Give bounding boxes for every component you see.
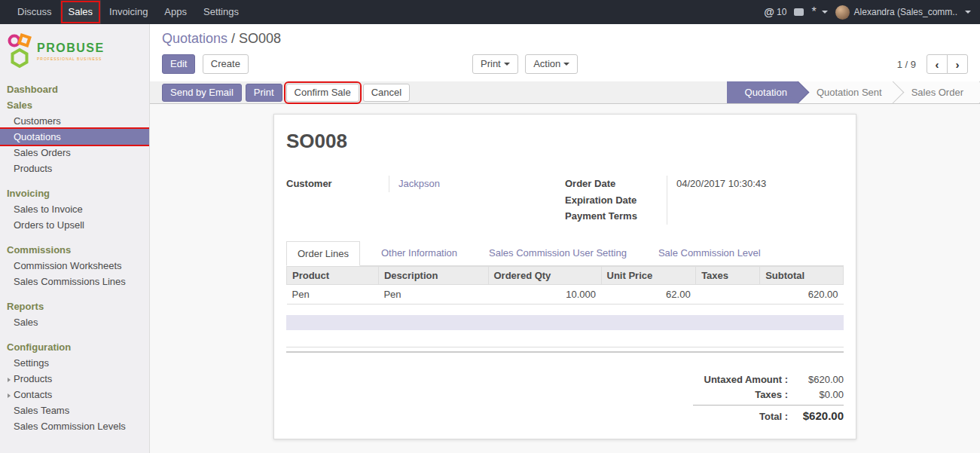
column-header-unit-price[interactable]: Unit Price (601, 266, 696, 284)
record-title: SO008 (286, 130, 844, 153)
column-header-taxes[interactable]: Taxes (696, 266, 760, 284)
print-label: Print (481, 57, 501, 71)
brand-name: PROBUSE (37, 41, 105, 55)
status-step-quotation-sent[interactable]: Quotation Sent (798, 81, 893, 103)
cancel-button[interactable]: Cancel (363, 84, 410, 102)
customer-value[interactable]: Jackpson (389, 176, 565, 192)
brand-tagline: PROFESSIONAL BUSINESS (37, 57, 105, 61)
menu-discuss[interactable]: Discuss (9, 0, 60, 24)
menu-invoicing[interactable]: Invoicing (101, 0, 156, 24)
at-icon: @ (764, 6, 774, 18)
order-date-label: Order Date (565, 176, 667, 192)
total-value: $620.00 (788, 409, 844, 424)
edit-button[interactable]: Edit (162, 54, 195, 74)
sidebar-item-sales-orders[interactable]: Sales Orders (0, 145, 149, 161)
taxes-label: Taxes : (693, 387, 788, 402)
cell-product[interactable]: Pen (287, 284, 379, 304)
total-row: Total : $620.00 (693, 405, 844, 424)
tab-order-lines[interactable]: Order Lines (286, 241, 360, 266)
probuse-logo[interactable]: PROBUSE PROFESSIONAL BUSINESS (0, 24, 149, 81)
menu-apps[interactable]: Apps (156, 0, 195, 24)
sidebar-item-commission-worksheets[interactable]: Commission Worksheets (0, 258, 149, 274)
sidebar: PROBUSE PROFESSIONAL BUSINESS Dashboard … (0, 24, 150, 453)
cell-unit-price: 62.00 (601, 284, 696, 304)
user-name: Alexandra (Sales_comm.. (854, 7, 957, 17)
untaxed-amount-value: $620.00 (788, 372, 844, 387)
customer-label: Customer (286, 176, 389, 192)
create-button[interactable]: Create (203, 54, 249, 74)
sidebar-item-sales-to-invoice[interactable]: Sales to Invoice (0, 201, 149, 217)
field-groups: Customer Jackpson Order Date 04/20/2017 … (286, 176, 844, 225)
sidebar-item-config-products[interactable]: Products (0, 371, 149, 387)
sidebar-item-contacts[interactable]: Contacts (0, 387, 149, 402)
probuse-logo-icon (6, 33, 33, 69)
tab-other-information[interactable]: Other Information (371, 241, 468, 265)
status-pipeline: Quotation Quotation Sent Sales Order (727, 81, 980, 103)
payment-terms-label: Payment Terms (565, 208, 667, 225)
cell-ordered-qty: 10.000 (488, 284, 601, 304)
topbar-right: @ 10 * Alexandra (Sales_comm.. (764, 0, 980, 24)
brand-text: PROBUSE PROFESSIONAL BUSINESS (37, 41, 105, 61)
sidebar-heading-sales[interactable]: Sales (0, 97, 149, 113)
empty-list-row (286, 315, 844, 330)
cell-description: Pen (378, 284, 488, 304)
control-panel-buttons: Edit Create Print Action 1 / 9 ‹ › (162, 54, 968, 74)
pager: 1 / 9 ‹ › (897, 54, 968, 74)
cell-subtotal: 620.00 (760, 284, 844, 304)
message-count: 10 (777, 7, 786, 17)
pager-next-button[interactable]: › (947, 54, 968, 74)
sidebar-item-sales-commissions-lines[interactable]: Sales Commissions Lines (0, 274, 149, 289)
sidebar-heading-dashboard[interactable]: Dashboard (0, 81, 149, 97)
expiration-date-label: Expiration Date (565, 192, 667, 209)
sidebar-heading-configuration[interactable]: Configuration (0, 339, 149, 355)
sidebar-heading-invoicing[interactable]: Invoicing (0, 185, 149, 201)
form-view-background: SO008 Customer Jackpson Order Date 04/20… (150, 104, 980, 453)
print-dropdown-button[interactable]: Print (472, 54, 518, 74)
sidebar-item-reports-sales[interactable]: Sales (0, 314, 149, 330)
total-label: Total : (693, 409, 788, 424)
print-button[interactable]: Print (246, 84, 282, 102)
user-avatar (835, 5, 850, 20)
status-step-sales-order[interactable]: Sales Order (893, 81, 980, 103)
sidebar-item-orders-to-upsell[interactable]: Orders to Upsell (0, 217, 149, 233)
notebook-tabs: Order Lines Other Information Sales Comm… (286, 241, 844, 266)
column-header-subtotal[interactable]: Subtotal (760, 266, 844, 284)
status-step-quotation[interactable]: Quotation (727, 81, 798, 103)
sidebar-item-products[interactable]: Products (0, 161, 149, 176)
sidebar-item-quotations[interactable]: Quotations (0, 129, 149, 145)
send-by-email-button[interactable]: Send by Email (162, 84, 242, 102)
debug-menu[interactable]: * (811, 8, 827, 16)
chat-bubble-icon[interactable] (794, 8, 804, 16)
pager-previous-button[interactable]: ‹ (927, 54, 948, 74)
menu-settings[interactable]: Settings (195, 0, 247, 24)
action-dropdown-button[interactable]: Action (525, 54, 578, 74)
tab-sale-commission-level[interactable]: Sale Commission Level (648, 241, 771, 265)
cp-center-buttons: Print Action (472, 54, 578, 74)
breadcrumb: Quotations / SO008 (162, 30, 968, 47)
caret-down-icon (504, 63, 510, 66)
sidebar-heading-reports[interactable]: Reports (0, 298, 149, 314)
column-header-description[interactable]: Description (378, 266, 488, 284)
sidebar-heading-commissions[interactable]: Commissions (0, 242, 149, 258)
order-date-value: 04/20/2017 10:30:43 (667, 176, 844, 192)
untaxed-amount-label: Untaxed Amount : (693, 372, 788, 387)
cell-taxes (696, 284, 760, 304)
sidebar-item-sales-teams[interactable]: Sales Teams (0, 402, 149, 418)
form-sheet: SO008 Customer Jackpson Order Date 04/20… (273, 114, 856, 439)
sidebar-item-settings[interactable]: Settings (0, 355, 149, 371)
confirm-sale-button[interactable]: Confirm Sale (286, 84, 359, 102)
breadcrumb-quotations[interactable]: Quotations (162, 31, 227, 46)
tab-sales-commission-user-setting[interactable]: Sales Commission User Setting (478, 241, 637, 265)
column-header-ordered-qty[interactable]: Ordered Qty (488, 266, 601, 284)
column-header-product[interactable]: Product (287, 266, 379, 284)
taxes-value: $0.00 (788, 387, 844, 402)
caret-down-icon (965, 11, 971, 14)
messages-indicator[interactable]: @ 10 (764, 6, 786, 18)
order-line-row[interactable]: Pen Pen 10.000 62.00 620.00 (287, 284, 844, 304)
cp-left-buttons: Edit Create (162, 54, 472, 74)
control-panel: Quotations / SO008 Edit Create Print Act… (150, 24, 980, 81)
sidebar-item-sales-commission-levels[interactable]: Sales Commission Levels (0, 418, 149, 434)
sidebar-item-customers[interactable]: Customers (0, 113, 149, 129)
user-menu[interactable]: Alexandra (Sales_comm.. (835, 5, 971, 20)
menu-sales[interactable]: Sales (60, 0, 102, 24)
